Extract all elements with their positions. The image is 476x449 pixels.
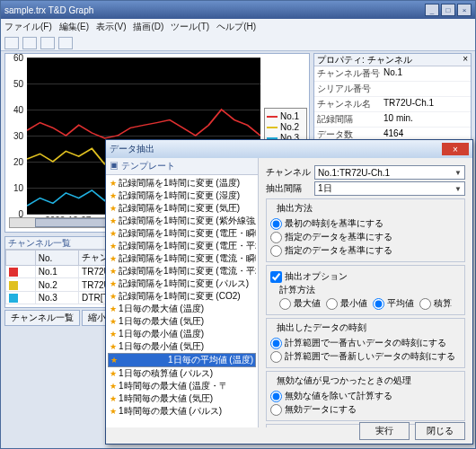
template-item[interactable]: ★1時間毎の最大値 (パルス)	[108, 405, 256, 418]
radio-option[interactable]	[279, 298, 291, 310]
opt-enable-check[interactable]	[270, 271, 282, 283]
menubar: ファイル(F) 編集(E) 表示(V) 描画(D) ツール(T) ヘルプ(H)	[1, 19, 475, 35]
star-icon: ★	[110, 369, 117, 378]
group-time-title: 抽出したデータの時刻	[274, 321, 369, 334]
template-item[interactable]: ★記録間隔を1時間に変更 (紫外線強度)	[108, 215, 256, 227]
menu-tool[interactable]: ツール(T)	[171, 21, 209, 33]
radio-option[interactable]	[270, 351, 282, 363]
star-icon: ★	[110, 191, 117, 200]
property-title: プロパティ: チャンネル	[317, 54, 412, 66]
template-item[interactable]: ★記録間隔を1時間に変更 (電圧・瞬時値)	[108, 227, 256, 240]
template-item[interactable]: ★1時間毎の最大値 (気圧)	[108, 392, 256, 405]
template-list[interactable]: ★記録間隔を1時間に変更 (温度)★記録間隔を1時間に変更 (湿度)★記録間隔を…	[106, 175, 258, 419]
star-icon: ★	[110, 394, 117, 403]
tb-3[interactable]	[40, 37, 55, 49]
template-item[interactable]: ★記録間隔を1時間に変更 (パルス)	[108, 277, 256, 290]
radio-option[interactable]	[270, 391, 282, 402]
radio-option[interactable]	[326, 298, 338, 310]
star-icon: ★	[110, 204, 117, 213]
menu-draw[interactable]: 描画(D)	[133, 21, 163, 33]
property-row: シリアル番号	[314, 82, 471, 97]
tb-1[interactable]	[4, 37, 19, 49]
template-item[interactable]: ★1日毎の最大値 (気圧)	[108, 315, 256, 328]
star-icon: ★	[110, 279, 117, 288]
group-method-title: 抽出方法	[274, 202, 315, 215]
star-icon: ★	[110, 267, 117, 276]
template-item[interactable]: ★記録間隔を1時間に変更 (気圧)	[108, 202, 256, 215]
menu-help[interactable]: ヘルプ(H)	[216, 21, 256, 33]
star-icon: ★	[110, 254, 117, 263]
radio-option[interactable]	[373, 298, 384, 310]
template-item[interactable]: ★記録間隔を1時間に変更 (電圧・平均値)	[108, 240, 256, 252]
star-icon: ★	[110, 330, 117, 339]
property-row: 記録間隔10 min.	[314, 112, 471, 128]
star-icon: ★	[110, 304, 117, 313]
toolbar	[1, 35, 475, 51]
template-item[interactable]: ★記録間隔を1時間に変更 (温度)	[108, 177, 256, 189]
y-axis: 0102030405060	[7, 57, 25, 214]
max-button[interactable]: □	[441, 4, 455, 16]
main-titlebar: sample.trx T&D Graph _ □ ×	[1, 1, 475, 19]
group-invalid-title: 無効な値が見つかったときの処理	[274, 374, 414, 387]
channel-select[interactable]: No.1:TR72U-Ch.1▼	[314, 165, 465, 180]
tab-channels[interactable]: チャンネル一覧	[4, 310, 80, 326]
tb-2[interactable]	[22, 37, 37, 49]
channel-label: チャンネル	[266, 166, 311, 179]
min-button[interactable]: _	[425, 4, 439, 16]
folder-icon: ▣	[110, 161, 119, 171]
star-icon: ★	[110, 407, 117, 416]
star-icon: ★	[110, 292, 117, 301]
cancel-button[interactable]: 閉じる	[415, 422, 465, 440]
radio-option[interactable]	[270, 404, 282, 416]
dialog-title: データ抽出	[110, 143, 154, 155]
radio-option[interactable]	[419, 298, 431, 310]
close-button[interactable]: ×	[457, 4, 472, 16]
radio-option[interactable]	[270, 232, 282, 243]
template-item[interactable]: ★1日毎の最小値 (気圧)	[108, 340, 256, 353]
property-row: チャンネル名TR72U-Ch.1	[314, 97, 471, 112]
prop-close-icon[interactable]: ×	[463, 54, 468, 66]
ok-button[interactable]: 実行	[359, 422, 410, 440]
interval-select[interactable]: 1日▼	[314, 181, 465, 196]
template-header: テンプレート	[121, 161, 175, 171]
template-item[interactable]: ★1日毎の最大値 (温度)	[108, 303, 256, 315]
template-item[interactable]: ★1日毎の平均値 (温度)	[108, 353, 256, 367]
menu-file[interactable]: ファイル(F)	[4, 21, 52, 33]
menu-edit[interactable]: 編集(E)	[59, 21, 89, 33]
star-icon: ★	[110, 229, 117, 238]
star-icon: ★	[110, 342, 117, 351]
star-icon: ★	[110, 179, 117, 188]
template-item[interactable]: ★1日毎の積算値 (パルス)	[108, 367, 256, 380]
radio-option[interactable]	[270, 338, 282, 349]
radio-option[interactable]	[270, 245, 282, 257]
property-row: チャンネル番号No.1	[314, 66, 471, 82]
legend-1: No.1	[280, 111, 299, 121]
template-item[interactable]: ★記録間隔を1時間に変更 (湿度)	[108, 189, 256, 202]
extract-dialog: データ抽出 × ▣ テンプレート ★記録間隔を1時間に変更 (温度)★記録間隔を…	[105, 139, 473, 445]
template-item[interactable]: ★1日毎の最小値 (温度)	[108, 328, 256, 340]
template-item[interactable]: ★1時間毎の最大値 (温度・〒	[108, 380, 256, 392]
chevron-down-icon: ▼	[454, 169, 462, 177]
app-title: sample.trx T&D Graph	[4, 5, 93, 15]
star-icon: ★	[110, 317, 117, 326]
chevron-down-icon: ▼	[454, 185, 462, 193]
star-icon: ★	[110, 216, 117, 225]
dialog-close-button[interactable]: ×	[442, 143, 469, 155]
radio-option[interactable]	[270, 218, 282, 230]
star-icon: ★	[110, 382, 117, 391]
legend-2: No.2	[280, 122, 299, 132]
template-item[interactable]: ★記録間隔を1時間に変更 (電流・平均値)	[108, 265, 256, 277]
star-icon: ★	[110, 356, 118, 365]
tb-4[interactable]	[58, 37, 73, 49]
star-icon: ★	[110, 242, 117, 251]
template-item[interactable]: ★記録間隔を1時間に変更 (CO2)	[108, 290, 256, 303]
template-item[interactable]: ★記録間隔を1時間に変更 (電流・瞬時値)	[108, 252, 256, 265]
interval-label: 抽出間隔	[266, 182, 311, 195]
menu-view[interactable]: 表示(V)	[96, 21, 126, 33]
